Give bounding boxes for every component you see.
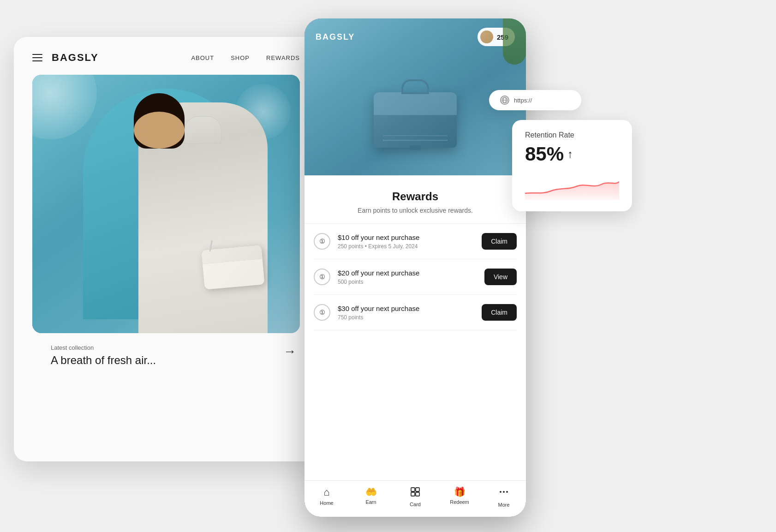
collection-title: A breath of fresh air...: [51, 354, 281, 367]
trend-up-icon: ↑: [567, 148, 573, 161]
reward-meta-2: 500 points: [338, 279, 477, 285]
more-label: More: [498, 502, 509, 508]
redeem-label: Redeem: [450, 499, 469, 505]
view-button-2[interactable]: View: [484, 269, 517, 285]
brand-logo-left: BAGSLY: [52, 52, 99, 64]
svg-rect-0: [411, 488, 415, 491]
home-label: Home: [320, 500, 333, 506]
retention-card: Retention Rate 85% ↑: [512, 120, 632, 211]
reward-meta-1: 250 points • Expires 5 July, 2024: [338, 243, 474, 250]
nav-home[interactable]: ⌂ Home: [304, 486, 349, 508]
nav-redeem[interactable]: 🎁 Redeem: [437, 486, 482, 508]
hero-caption: Latest collection A breath of fresh air.…: [32, 333, 300, 367]
retention-value: 85% ↑: [525, 143, 619, 165]
claim-button-3[interactable]: Claim: [482, 304, 517, 321]
svg-rect-2: [411, 492, 415, 496]
rewards-title: Rewards: [316, 190, 515, 203]
reward-item-1: ① $10 off your next purchase 250 points …: [314, 224, 517, 259]
svg-rect-3: [416, 492, 419, 496]
reward-info-3: $30 off your next purchase 750 points: [338, 305, 474, 321]
rewards-list: ① $10 off your next purchase 250 points …: [304, 224, 526, 480]
phone-bag: [374, 92, 457, 157]
reward-item-3: ① $30 off your next purchase 750 points …: [314, 295, 517, 330]
nav-shop[interactable]: SHOP: [231, 54, 250, 61]
card-label: Card: [410, 502, 421, 507]
nav-earn[interactable]: 🤲 Earn: [349, 486, 393, 508]
reward-meta-3: 750 points: [338, 314, 474, 321]
globe-icon: [500, 96, 509, 105]
svg-rect-1: [416, 488, 419, 491]
hero-image: [32, 75, 300, 333]
nav-card[interactable]: Card: [393, 486, 437, 508]
rewards-panel: Rewards Earn points to unlock exclusive …: [304, 175, 526, 517]
rewards-subtitle: Earn points to unlock exclusive rewards.: [316, 207, 515, 214]
collection-label: Latest collection: [51, 344, 281, 351]
earn-label: Earn: [365, 499, 376, 505]
reward-title-2: $20 off your next purchase: [338, 269, 477, 277]
rewards-header: Rewards Earn points to unlock exclusive …: [304, 175, 526, 224]
redeem-icon: 🎁: [454, 486, 466, 497]
reward-info-2: $20 off your next purchase 500 points: [338, 269, 477, 285]
reward-title-1: $10 off your next purchase: [338, 233, 474, 241]
svg-point-4: [500, 491, 501, 493]
card-icon: [410, 486, 421, 500]
url-text: https://: [514, 97, 532, 104]
retention-label: Retention Rate: [525, 131, 619, 139]
coin-icon-2: ①: [314, 269, 330, 285]
reward-item-2: ① $20 off your next purchase 500 points …: [314, 259, 517, 295]
nav-rewards[interactable]: REWARDS: [266, 54, 300, 61]
reward-info-1: $10 off your next purchase 250 points • …: [338, 233, 474, 250]
claim-button-1[interactable]: Claim: [482, 233, 517, 250]
svg-point-5: [503, 491, 505, 493]
nav-links: ABOUT SHOP REWARDS: [191, 54, 300, 61]
reward-title-3: $30 off your next purchase: [338, 305, 474, 312]
arrow-link[interactable]: →: [283, 344, 296, 352]
nav-more[interactable]: More: [482, 486, 526, 508]
retention-chart: [525, 173, 619, 200]
earn-icon: 🤲: [365, 486, 377, 497]
left-header: BAGSLY ABOUT SHOP REWARDS: [14, 37, 318, 75]
svg-point-6: [506, 491, 508, 493]
url-bar[interactable]: https://: [489, 90, 581, 110]
bottom-nav: ⌂ Home 🤲 Earn Card: [304, 480, 526, 517]
avatar: [480, 30, 493, 43]
nav-about[interactable]: ABOUT: [191, 54, 214, 61]
hamburger-menu[interactable]: [32, 54, 42, 61]
home-icon: ⌂: [323, 486, 329, 498]
coin-icon-1: ①: [314, 233, 330, 250]
coin-icon-3: ①: [314, 304, 330, 321]
left-tablet: BAGSLY ABOUT SHOP REWARDS: [14, 37, 318, 461]
more-icon: [498, 486, 509, 500]
brand-logo-right: BAGSLY: [316, 32, 355, 42]
